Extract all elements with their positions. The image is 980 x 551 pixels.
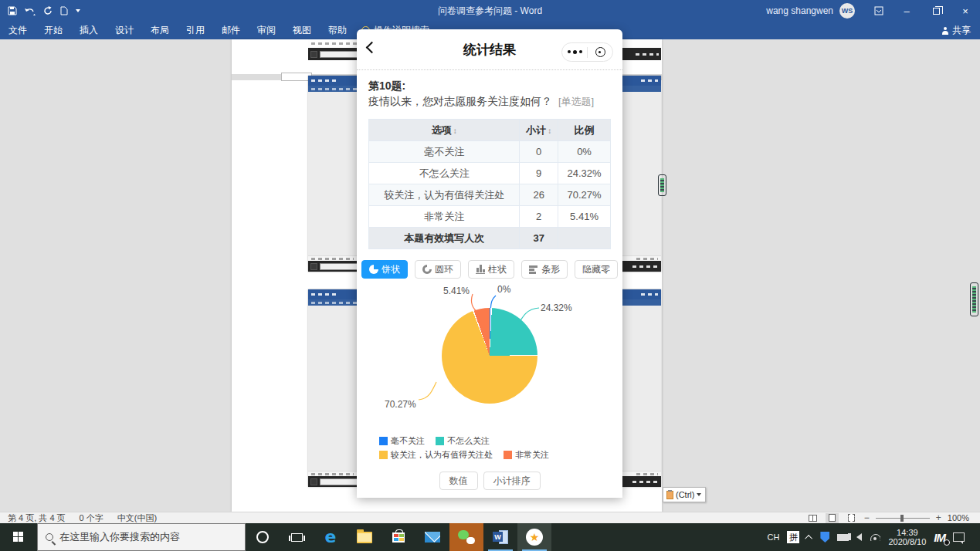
page-indicator[interactable]: 第 4 页, 共 4 页 [8, 512, 66, 524]
share-button[interactable]: 共享 [941, 24, 971, 37]
ribbon-tab-设计[interactable]: 设计 [107, 22, 142, 39]
store-button[interactable] [381, 523, 415, 551]
table-cell: 2 [520, 206, 558, 228]
table-cell: 本题有效填写人次 [369, 228, 520, 249]
pie-chart[interactable] [442, 308, 537, 404]
chart-type-button-圆环[interactable]: 圆环 [415, 260, 461, 279]
legend-item-毫不关注[interactable]: 毫不关注 [379, 436, 425, 446]
folder-icon [357, 532, 372, 543]
zoom-out-button[interactable]: − [864, 512, 870, 523]
caret-down-icon [697, 493, 701, 496]
screen-dock-widget[interactable] [970, 282, 978, 316]
ribbon-tab-文件[interactable]: 文件 [0, 22, 36, 39]
new-document-icon[interactable] [60, 6, 68, 15]
star-app-button[interactable]: ★ [517, 523, 551, 551]
target-icon [595, 47, 605, 57]
paste-options-label: (Ctrl) [676, 490, 694, 499]
bottom-button-小计排序[interactable]: 小计排序 [483, 472, 541, 490]
table-cell: 非常关注 [369, 206, 520, 228]
legend-item-较关注，认为有值得关注处[interactable]: 较关注，认为有值得关注处 [379, 450, 493, 460]
zoom-slider[interactable] [876, 518, 930, 519]
table-row: 不怎么关注924.32% [369, 163, 611, 184]
pie-icon [369, 265, 378, 274]
chart-type-button-饼状[interactable]: 饼状 [361, 260, 408, 279]
table-cell: 较关注，认为有值得关注处 [369, 184, 520, 206]
ime-indicator[interactable]: 拼 [787, 531, 799, 543]
embedded-dock-widget [658, 174, 666, 196]
pie-chart-zone: 5.41% 0% 24.32% 70.27% [357, 283, 622, 430]
cortana-button[interactable] [246, 523, 280, 551]
language-indicator[interactable]: 中文(中国) [117, 512, 157, 524]
sort-icon: ↕ [453, 127, 457, 135]
qat-customize-caret-icon[interactable] [76, 9, 80, 12]
minimize-button[interactable]: – [892, 0, 921, 22]
bottom-button-数值[interactable]: 数值 [439, 472, 478, 490]
close-button[interactable]: × [951, 0, 980, 22]
print-layout-icon[interactable] [826, 513, 839, 523]
donut-icon [422, 265, 432, 274]
zoom-in-button[interactable]: + [936, 512, 941, 523]
battery-icon[interactable] [837, 534, 849, 541]
legend-item-非常关注[interactable]: 非常关注 [504, 450, 549, 460]
clock[interactable]: 14:39 2020/8/10 [888, 528, 926, 546]
more-options-button[interactable] [562, 43, 587, 61]
legend-swatch-icon [379, 437, 388, 445]
back-chevron-icon[interactable] [366, 42, 378, 54]
restore-button[interactable] [921, 0, 951, 22]
ribbon-display-options-button[interactable] [866, 0, 892, 22]
ribbon-tab-视图[interactable]: 视图 [284, 22, 320, 39]
search-icon [46, 533, 53, 541]
speaker-icon[interactable] [856, 533, 862, 541]
chart-type-button-隐藏零[interactable]: 隐藏零 [575, 260, 618, 279]
exit-target-button[interactable] [588, 43, 612, 61]
question-number: 第10题: [368, 78, 611, 93]
word-count[interactable]: 0 个字 [80, 512, 103, 524]
task-view-icon [291, 533, 303, 542]
word-taskbar-button[interactable]: W [483, 523, 517, 551]
wechat-button[interactable] [449, 523, 483, 551]
paste-options-button[interactable]: (Ctrl) [663, 487, 706, 502]
ribbon-tab-开始[interactable]: 开始 [36, 22, 71, 39]
start-button[interactable] [0, 523, 37, 551]
chart-type-label: 圆环 [435, 263, 453, 276]
redo-icon[interactable] [43, 6, 53, 15]
taskbar-search-box[interactable]: 在这里输入你要搜索的内容 [37, 523, 246, 551]
page-break-handle [281, 73, 312, 81]
hidden-icons-chevron-icon[interactable] [805, 534, 813, 542]
chart-type-label: 饼状 [381, 263, 400, 276]
table-cell: 5.41% [558, 206, 611, 228]
ribbon-tab-插入[interactable]: 插入 [71, 22, 107, 39]
table-cell: 0 [520, 141, 558, 163]
file-explorer-button[interactable] [348, 523, 381, 551]
ribbon-tab-帮助[interactable]: 帮助 [320, 22, 355, 39]
edge-button[interactable]: e [314, 523, 348, 551]
action-center-icon[interactable] [953, 532, 965, 542]
account-name[interactable]: wang shangwen [766, 5, 833, 16]
undo-icon[interactable] [25, 7, 36, 15]
avatar[interactable]: WS [839, 3, 855, 19]
language-tray-label[interactable]: CH [768, 532, 780, 542]
ribbon-tab-布局[interactable]: 布局 [142, 22, 178, 39]
mail-button[interactable] [415, 523, 449, 551]
table-header-选项[interactable]: 选项↕ [369, 120, 520, 141]
security-shield-icon[interactable] [820, 532, 829, 543]
zoom-slider-thumb[interactable] [900, 515, 904, 522]
word-icon: W [493, 530, 508, 544]
ribbon-tab-审阅[interactable]: 审阅 [249, 22, 284, 39]
network-icon[interactable] [870, 533, 880, 541]
zoom-level[interactable]: 100% [948, 513, 969, 522]
pie-label-24.32: 24.32% [541, 303, 572, 313]
chart-type-button-条形[interactable]: 条形 [521, 260, 568, 279]
ribbon-tab-邮件[interactable]: 邮件 [213, 22, 249, 39]
miniprogram-capsule [561, 42, 613, 62]
read-mode-icon[interactable] [806, 513, 819, 523]
chart-type-button-柱状[interactable]: 柱状 [468, 260, 514, 279]
table-header-小计[interactable]: 小计↕ [520, 120, 558, 141]
task-view-button[interactable] [280, 523, 314, 551]
save-icon[interactable] [8, 6, 17, 15]
ribbon-tab-引用[interactable]: 引用 [178, 22, 213, 39]
im-tray-icon[interactable]: IM [934, 531, 945, 544]
web-layout-icon[interactable] [845, 513, 858, 523]
legend-item-不怎么关注[interactable]: 不怎么关注 [436, 436, 490, 446]
mail-icon [425, 532, 440, 543]
